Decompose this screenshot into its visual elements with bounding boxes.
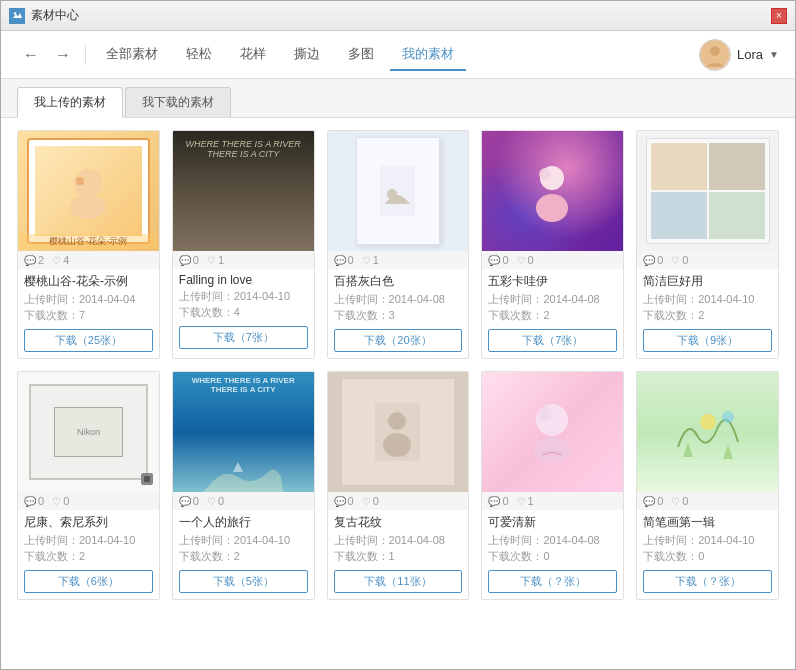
comment-stat-2: 0 xyxy=(179,254,199,266)
card-download-btn-1[interactable]: 下载（25张） xyxy=(24,329,153,352)
card-download-btn-5[interactable]: 下载（9张） xyxy=(643,329,772,352)
card-download-count-7: 下载次数：2 xyxy=(179,549,308,564)
card-download-count-3: 下载次数：3 xyxy=(334,308,463,323)
card-download-btn-3[interactable]: 下载（20张） xyxy=(334,329,463,352)
svg-point-22 xyxy=(700,414,716,430)
svg-point-21 xyxy=(538,407,552,421)
comment-count-2: 0 xyxy=(193,254,199,266)
main-window: 素材中心 × ← → 全部素材 轻松 花样 撕边 多图 我的素材 Lora ▼ xyxy=(0,0,796,670)
comment-icon-1 xyxy=(24,254,36,266)
card-download-btn-4[interactable]: 下载（7张） xyxy=(488,329,617,352)
card-title-6: 尼康、索尼系列 xyxy=(24,514,153,531)
like-count-8: 0 xyxy=(373,495,379,507)
card-upload-date-2: 上传时间：2014-04-10 xyxy=(179,289,308,304)
card-stats-7: 0 0 xyxy=(173,492,314,510)
card-image-10 xyxy=(637,372,778,492)
card-stats-5: 0 0 xyxy=(637,251,778,269)
comment-count-7: 0 xyxy=(193,495,199,507)
comment-stat-4: 0 xyxy=(488,254,508,266)
card-download-btn-10[interactable]: 下载（？张） xyxy=(643,570,772,593)
card-download-btn-7[interactable]: 下载（5张） xyxy=(179,570,308,593)
comment-count-3: 0 xyxy=(348,254,354,266)
card-1: 樱桃山谷-花朵-示例 2 4 樱桃山谷-花朵-示例 上传时间：2014-04-0… xyxy=(17,130,160,359)
comment-count-8: 0 xyxy=(348,495,354,507)
heart-icon-5 xyxy=(671,254,680,266)
card-image-6: Nikon xyxy=(18,372,159,492)
card-stats-8: 0 0 xyxy=(328,492,469,510)
card-download-count-1: 下载次数：7 xyxy=(24,308,153,323)
close-button[interactable]: × xyxy=(771,8,787,24)
like-stat-5: 0 xyxy=(671,254,688,266)
like-stat-4: 0 xyxy=(517,254,534,266)
comment-icon-2 xyxy=(179,254,191,266)
tab-uploaded[interactable]: 我上传的素材 xyxy=(17,87,123,118)
card-body-4: 五彩卡哇伊 上传时间：2014-04-08 下载次数：2 下载（7张） xyxy=(482,269,623,358)
card-7: WHERE THERE IS A RIVERTHERE IS A CITY 0 … xyxy=(172,371,315,600)
svg-point-6 xyxy=(70,195,106,219)
forward-button[interactable]: → xyxy=(49,41,77,69)
like-count-10: 0 xyxy=(682,495,688,507)
nav-edge[interactable]: 撕边 xyxy=(282,39,332,71)
heart-icon-1 xyxy=(52,254,61,266)
svg-point-18 xyxy=(383,433,411,457)
card-stats-3: 0 1 xyxy=(328,251,469,269)
card-image-7: WHERE THERE IS A RIVERTHERE IS A CITY xyxy=(173,372,314,492)
comment-icon-7 xyxy=(179,495,191,507)
card-download-btn-8[interactable]: 下载（11张） xyxy=(334,570,463,593)
card-download-count-2: 下载次数：4 xyxy=(179,305,308,320)
like-count-1: 4 xyxy=(63,254,69,266)
nav-mine[interactable]: 我的素材 xyxy=(390,39,466,71)
card-title-7: 一个人的旅行 xyxy=(179,514,308,531)
svg-point-4 xyxy=(711,46,720,55)
comment-count-5: 0 xyxy=(657,254,663,266)
comment-icon-9 xyxy=(488,495,500,507)
card-body-2: Falling in love 上传时间：2014-04-10 下载次数：4 下… xyxy=(173,269,314,355)
card-download-btn-2[interactable]: 下载（7张） xyxy=(179,326,308,349)
svg-point-17 xyxy=(388,412,406,430)
card-upload-date-4: 上传时间：2014-04-08 xyxy=(488,292,617,307)
comment-stat-3: 0 xyxy=(334,254,354,266)
heart-icon-3 xyxy=(362,254,371,266)
card-stats-4: 0 0 xyxy=(482,251,623,269)
comment-stat-6: 0 xyxy=(24,495,44,507)
heart-icon-4 xyxy=(517,254,526,266)
like-count-5: 0 xyxy=(682,254,688,266)
card-body-10: 简笔画第一辑 上传时间：2014-04-10 下载次数：0 下载（？张） xyxy=(637,510,778,599)
card-upload-date-7: 上传时间：2014-04-10 xyxy=(179,533,308,548)
card-image-8 xyxy=(328,372,469,492)
card-upload-date-10: 上传时间：2014-04-10 xyxy=(643,533,772,548)
card-title-10: 简笔画第一辑 xyxy=(643,514,772,531)
card-8: 0 0 复古花纹 上传时间：2014-04-08 下载次数：1 下载（11张） xyxy=(327,371,470,600)
title-bar: 素材中心 × xyxy=(1,1,795,31)
nav-pattern[interactable]: 花样 xyxy=(228,39,278,71)
comment-icon-5 xyxy=(643,254,655,266)
comment-stat-8: 0 xyxy=(334,495,354,507)
like-count-3: 1 xyxy=(373,254,379,266)
card-download-btn-6[interactable]: 下载（6张） xyxy=(24,570,153,593)
comment-stat-1: 2 xyxy=(24,254,44,266)
nav-multi[interactable]: 多图 xyxy=(336,39,386,71)
tabs-bar: 我上传的素材 我下载的素材 xyxy=(1,79,795,118)
card-upload-date-1: 上传时间：2014-04-04 xyxy=(24,292,153,307)
svg-point-13 xyxy=(539,168,551,180)
nav-easy[interactable]: 轻松 xyxy=(174,39,224,71)
title-bar-text: 素材中心 xyxy=(31,7,771,24)
card-upload-date-3: 上传时间：2014-04-08 xyxy=(334,292,463,307)
tab-downloaded[interactable]: 我下载的素材 xyxy=(125,87,231,117)
card-6: Nikon 0 0 尼康、索尼系列 上传时间：2014-04-10 下载次数：2… xyxy=(17,371,160,600)
heart-icon-7 xyxy=(207,495,216,507)
comment-count-4: 0 xyxy=(502,254,508,266)
card-title-9: 可爱清新 xyxy=(488,514,617,531)
user-dropdown-arrow[interactable]: ▼ xyxy=(769,49,779,60)
card-body-9: 可爱清新 上传时间：2014-04-08 下载次数：0 下载（？张） xyxy=(482,510,623,599)
card-download-count-4: 下载次数：2 xyxy=(488,308,617,323)
card-image-2: WHERE THERE IS A RIVERTHERE IS A CITY xyxy=(173,131,314,251)
nav-all[interactable]: 全部素材 xyxy=(94,39,170,71)
like-count-9: 1 xyxy=(528,495,534,507)
card-download-btn-9[interactable]: 下载（？张） xyxy=(488,570,617,593)
card-body-7: 一个人的旅行 上传时间：2014-04-10 下载次数：2 下载（5张） xyxy=(173,510,314,599)
back-button[interactable]: ← xyxy=(17,41,45,69)
card-title-2: Falling in love xyxy=(179,273,308,287)
svg-rect-8 xyxy=(380,166,415,216)
card-grid: 樱桃山谷-花朵-示例 2 4 樱桃山谷-花朵-示例 上传时间：2014-04-0… xyxy=(17,130,779,600)
